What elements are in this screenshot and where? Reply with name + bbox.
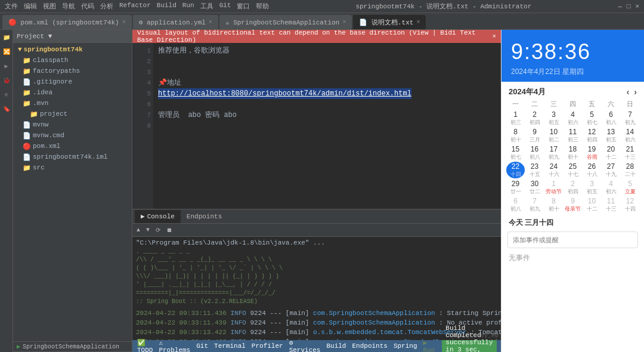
- calendar-day[interactable]: 7初九: [621, 110, 639, 126]
- menu-code[interactable]: 代码: [81, 2, 94, 11]
- calendar-day[interactable]: 10初二: [544, 127, 563, 144]
- tab-readme[interactable]: 📄 说明文档.txt ×: [353, 15, 426, 29]
- run-panel-label[interactable]: ▶ SpringbootSchemaApplication: [13, 341, 132, 352]
- tab-application-yml[interactable]: ⚙ application.yml ×: [133, 15, 218, 29]
- sidebar-structure-icon[interactable]: ≡: [1, 89, 12, 100]
- calendar-day[interactable]: 17初九: [544, 144, 563, 161]
- sidebar-bookmark-icon[interactable]: 🔖: [1, 104, 12, 115]
- menu-help[interactable]: 帮助: [256, 2, 269, 11]
- maximize-button[interactable]: □: [627, 3, 631, 10]
- terminal-tab-endpoints[interactable]: Endpoints: [181, 210, 228, 223]
- calendar-day[interactable]: 1初三: [506, 110, 525, 126]
- tab-close-icon[interactable]: ×: [416, 19, 420, 26]
- menu-view[interactable]: 视图: [43, 2, 56, 11]
- calendar-day[interactable]: 2初四: [525, 110, 544, 126]
- status-todo[interactable]: ✅ TODO: [137, 339, 153, 353]
- restart-btn[interactable]: ⟳: [154, 227, 162, 234]
- calendar-day[interactable]: 6初八: [602, 110, 620, 126]
- sidebar-project-icon[interactable]: 📁: [1, 32, 12, 43]
- tree-root[interactable]: ▼ springbootmt74k: [13, 44, 132, 55]
- menu-file[interactable]: 文件: [5, 2, 18, 11]
- calendar-day[interactable]: 7初九: [525, 196, 544, 213]
- calendar-prev-btn[interactable]: ‹: [627, 87, 630, 97]
- calendar-day[interactable]: 11十三: [602, 196, 620, 213]
- tree-mvnw[interactable]: 📄 mvnw: [13, 119, 132, 130]
- tree-idea[interactable]: 📁 .idea: [13, 87, 132, 98]
- calendar-day[interactable]: 21十三: [621, 144, 639, 161]
- status-endpoints[interactable]: Endpoints: [352, 342, 387, 350]
- close-button[interactable]: ×: [635, 3, 639, 10]
- calendar-day[interactable]: 10十二: [583, 196, 601, 213]
- tree-gitignore[interactable]: 📄 .gitignore: [13, 76, 132, 87]
- menu-git[interactable]: Git: [219, 2, 231, 11]
- calendar-day[interactable]: 14初六: [621, 127, 639, 144]
- calendar-day[interactable]: 11初三: [564, 127, 582, 144]
- calendar-day[interactable]: 27十九: [602, 162, 620, 178]
- calendar-day[interactable]: 8初十: [506, 127, 525, 144]
- menu-analyze[interactable]: 分析: [100, 2, 113, 11]
- tree-classpath[interactable]: 📁 classpath: [13, 55, 132, 66]
- tree-iml[interactable]: 📄 springbootmt74k.iml: [13, 152, 132, 162]
- scroll-down-btn[interactable]: ▼: [144, 227, 151, 233]
- calendar-day[interactable]: 16初八: [525, 144, 544, 161]
- calendar-day[interactable]: 29廿一: [506, 179, 525, 196]
- tree-mvnw-cmd[interactable]: 📄 mvnw.cmd: [13, 130, 132, 141]
- calendar-day[interactable]: 13初五: [602, 127, 620, 144]
- calendar-day[interactable]: 15初七: [506, 144, 525, 161]
- status-problems[interactable]: ⚠ Problems: [159, 339, 190, 353]
- calendar-day[interactable]: 6初八: [506, 196, 525, 213]
- tree-pom-xml[interactable]: 🔴 pom.xml: [13, 141, 132, 152]
- calendar-day[interactable]: 5初七: [583, 110, 601, 126]
- menu-navigate[interactable]: 导航: [62, 2, 75, 11]
- calendar-day[interactable]: 3初五: [544, 110, 563, 126]
- tree-factorypaths[interactable]: 📁 factorypaths: [13, 66, 132, 76]
- menu-run[interactable]: Run: [182, 2, 194, 11]
- tree-mvn[interactable]: 📁 .mvn: [13, 98, 132, 109]
- project-header[interactable]: Project ▼: [13, 30, 132, 43]
- calendar-day[interactable]: 28二十: [621, 162, 639, 178]
- terminal-tab-console[interactable]: ▶ Console: [135, 210, 181, 223]
- sidebar-git-icon[interactable]: 🔀: [1, 47, 12, 57]
- menu-edit[interactable]: 编辑: [24, 2, 37, 11]
- calendar-day[interactable]: 12初四: [583, 127, 601, 144]
- tree-project[interactable]: 📁 project: [13, 109, 132, 119]
- status-git[interactable]: Git: [196, 342, 208, 350]
- info-close-btn[interactable]: ×: [492, 33, 496, 40]
- status-profiler[interactable]: Profiler: [252, 342, 283, 350]
- status-spring[interactable]: Spring: [394, 342, 417, 350]
- tab-pom-xml[interactable]: 🔴 pom.xml (springbootmt74k) ×: [2, 15, 132, 29]
- calendar-day[interactable]: 12十四: [621, 196, 639, 213]
- menu-build[interactable]: Build: [157, 2, 177, 11]
- calendar-day[interactable]: 24十六: [544, 162, 563, 178]
- calendar-day[interactable]: 26十八: [583, 162, 601, 178]
- calendar-day[interactable]: 20十二: [602, 144, 620, 161]
- calendar-day[interactable]: 30廿二: [525, 179, 544, 196]
- minimize-button[interactable]: —: [618, 3, 622, 10]
- calendar-day[interactable]: 9母亲节: [564, 196, 582, 213]
- calendar-day[interactable]: 4初六: [564, 110, 582, 126]
- calendar-day[interactable]: 1劳动节: [544, 179, 563, 196]
- calendar-day[interactable]: 3初五: [583, 179, 601, 196]
- url-link[interactable]: http://localhost:8080/springbootmt74k/ad…: [158, 88, 411, 99]
- tab-close-icon[interactable]: ×: [122, 19, 126, 26]
- calendar-next-btn[interactable]: ›: [634, 87, 637, 97]
- calendar-day[interactable]: 18初十: [564, 144, 582, 161]
- calendar-day[interactable]: 9三月: [525, 127, 544, 144]
- status-services[interactable]: ⚙ Services: [289, 339, 321, 353]
- menu-window[interactable]: 窗口: [237, 2, 250, 11]
- scroll-up-btn[interactable]: ▲: [135, 227, 142, 233]
- event-input[interactable]: [507, 231, 638, 248]
- calendar-day[interactable]: 23十五: [525, 162, 544, 178]
- tab-close-icon[interactable]: ×: [342, 19, 346, 26]
- menu-refactor[interactable]: Refactor: [119, 2, 151, 11]
- status-run[interactable]: ▶ Run: [423, 339, 435, 353]
- stop-btn[interactable]: ⏹: [165, 227, 174, 234]
- calendar-day[interactable]: 4初六: [602, 179, 620, 196]
- menu-tools[interactable]: 工具: [200, 2, 213, 11]
- calendar-day[interactable]: 19谷雨: [583, 144, 601, 161]
- tree-src[interactable]: 📁 src: [13, 162, 132, 173]
- status-terminal[interactable]: Terminal: [214, 342, 246, 350]
- sidebar-debug-icon[interactable]: 🐞: [1, 75, 12, 86]
- tab-spring-app[interactable]: ☕ SpringbootSchemaApplication ×: [219, 15, 352, 29]
- status-build[interactable]: Build: [326, 342, 346, 350]
